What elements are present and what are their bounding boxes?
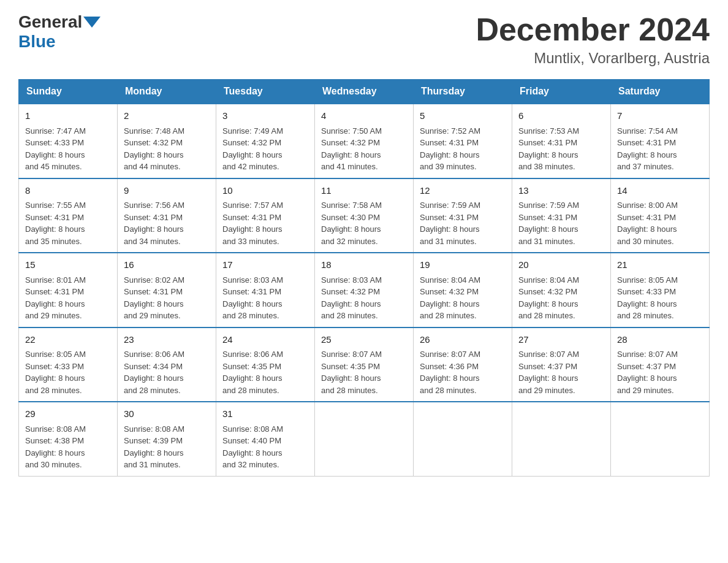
calendar-cell: 7 Sunrise: 7:54 AMSunset: 4:31 PMDayligh… <box>611 104 710 178</box>
calendar-cell: 16 Sunrise: 8:02 AMSunset: 4:31 PMDaylig… <box>118 253 216 327</box>
day-number: 8 <box>25 184 111 198</box>
calendar-cell: 11 Sunrise: 7:58 AMSunset: 4:30 PMDaylig… <box>315 178 414 253</box>
day-number: 4 <box>321 109 407 123</box>
day-number: 26 <box>420 333 506 347</box>
header-day-monday: Monday <box>118 80 216 104</box>
day-info: Sunrise: 7:53 AMSunset: 4:31 PMDaylight:… <box>518 126 579 172</box>
calendar-cell: 2 Sunrise: 7:48 AMSunset: 4:32 PMDayligh… <box>118 104 216 178</box>
calendar-cell: 25 Sunrise: 8:07 AMSunset: 4:35 PMDaylig… <box>315 327 414 402</box>
day-info: Sunrise: 8:06 AMSunset: 4:34 PMDaylight:… <box>124 350 184 395</box>
page-header: General Blue December 2024 Muntlix, Vora… <box>18 12 710 67</box>
day-number: 15 <box>25 258 111 272</box>
calendar-week-5: 29 Sunrise: 8:08 AMSunset: 4:38 PMDaylig… <box>19 402 710 476</box>
calendar-cell: 31 Sunrise: 8:08 AMSunset: 4:40 PMDaylig… <box>216 402 315 476</box>
calendar-subtitle: Muntlix, Vorarlberg, Austria <box>476 50 710 67</box>
day-info: Sunrise: 7:49 AMSunset: 4:32 PMDaylight:… <box>222 126 283 172</box>
title-block: December 2024 Muntlix, Vorarlberg, Austr… <box>476 12 710 67</box>
calendar-title: December 2024 <box>476 12 710 47</box>
day-number: 10 <box>222 184 308 198</box>
calendar-body: 1 Sunrise: 7:47 AMSunset: 4:33 PMDayligh… <box>19 104 710 476</box>
day-info: Sunrise: 7:59 AMSunset: 4:31 PMDaylight:… <box>420 201 480 246</box>
calendar-cell: 12 Sunrise: 7:59 AMSunset: 4:31 PMDaylig… <box>414 178 512 253</box>
day-info: Sunrise: 8:02 AMSunset: 4:31 PMDaylight:… <box>124 275 184 321</box>
day-number: 5 <box>420 109 506 123</box>
day-info: Sunrise: 8:05 AMSunset: 4:33 PMDaylight:… <box>617 275 678 321</box>
day-info: Sunrise: 7:54 AMSunset: 4:31 PMDaylight:… <box>617 126 678 172</box>
calendar-cell <box>315 402 414 476</box>
calendar-cell: 26 Sunrise: 8:07 AMSunset: 4:36 PMDaylig… <box>414 327 512 402</box>
day-number: 14 <box>617 184 703 198</box>
day-number: 9 <box>124 184 210 198</box>
day-number: 3 <box>222 109 308 123</box>
calendar-week-3: 15 Sunrise: 8:01 AMSunset: 4:31 PMDaylig… <box>19 253 710 327</box>
day-info: Sunrise: 7:47 AMSunset: 4:33 PMDaylight:… <box>25 126 86 172</box>
calendar-cell: 1 Sunrise: 7:47 AMSunset: 4:33 PMDayligh… <box>19 104 118 178</box>
day-info: Sunrise: 8:00 AMSunset: 4:31 PMDaylight:… <box>617 201 678 246</box>
day-number: 27 <box>518 333 604 347</box>
calendar-cell: 9 Sunrise: 7:56 AMSunset: 4:31 PMDayligh… <box>118 178 216 253</box>
calendar-week-4: 22 Sunrise: 8:05 AMSunset: 4:33 PMDaylig… <box>19 327 710 402</box>
day-number: 13 <box>518 184 604 198</box>
header-day-sunday: Sunday <box>19 80 118 104</box>
day-info: Sunrise: 7:57 AMSunset: 4:31 PMDaylight:… <box>222 201 283 246</box>
calendar-cell: 28 Sunrise: 8:07 AMSunset: 4:37 PMDaylig… <box>611 327 710 402</box>
calendar-cell: 10 Sunrise: 7:57 AMSunset: 4:31 PMDaylig… <box>216 178 315 253</box>
calendar-cell: 22 Sunrise: 8:05 AMSunset: 4:33 PMDaylig… <box>19 327 118 402</box>
logo-triangle-icon <box>83 17 100 28</box>
header-day-wednesday: Wednesday <box>315 80 414 104</box>
day-info: Sunrise: 8:07 AMSunset: 4:35 PMDaylight:… <box>321 350 382 395</box>
day-info: Sunrise: 8:08 AMSunset: 4:39 PMDaylight:… <box>124 424 184 470</box>
calendar-cell: 8 Sunrise: 7:55 AMSunset: 4:31 PMDayligh… <box>19 178 118 253</box>
day-number: 30 <box>124 407 210 421</box>
day-info: Sunrise: 8:08 AMSunset: 4:40 PMDaylight:… <box>222 424 283 470</box>
calendar-cell: 5 Sunrise: 7:52 AMSunset: 4:31 PMDayligh… <box>414 104 512 178</box>
calendar-week-1: 1 Sunrise: 7:47 AMSunset: 4:33 PMDayligh… <box>19 104 710 178</box>
day-info: Sunrise: 7:56 AMSunset: 4:31 PMDaylight:… <box>124 201 184 246</box>
day-info: Sunrise: 8:07 AMSunset: 4:36 PMDaylight:… <box>420 350 480 395</box>
calendar-header-row: SundayMondayTuesdayWednesdayThursdayFrid… <box>19 80 710 104</box>
day-number: 20 <box>518 258 604 272</box>
calendar-cell <box>512 402 611 476</box>
day-info: Sunrise: 7:55 AMSunset: 4:31 PMDaylight:… <box>25 201 86 246</box>
day-number: 1 <box>25 109 111 123</box>
day-number: 17 <box>222 258 308 272</box>
day-info: Sunrise: 8:01 AMSunset: 4:31 PMDaylight:… <box>25 275 86 321</box>
day-number: 29 <box>25 407 111 421</box>
day-info: Sunrise: 8:08 AMSunset: 4:38 PMDaylight:… <box>25 424 86 470</box>
day-number: 23 <box>124 333 210 347</box>
logo-blue-text: Blue <box>18 32 56 51</box>
calendar-week-2: 8 Sunrise: 7:55 AMSunset: 4:31 PMDayligh… <box>19 178 710 253</box>
day-info: Sunrise: 8:05 AMSunset: 4:33 PMDaylight:… <box>25 350 86 395</box>
calendar-cell: 3 Sunrise: 7:49 AMSunset: 4:32 PMDayligh… <box>216 104 315 178</box>
calendar-cell: 13 Sunrise: 7:59 AMSunset: 4:31 PMDaylig… <box>512 178 611 253</box>
day-info: Sunrise: 7:52 AMSunset: 4:31 PMDaylight:… <box>420 126 480 172</box>
calendar-cell: 18 Sunrise: 8:03 AMSunset: 4:32 PMDaylig… <box>315 253 414 327</box>
calendar-cell: 23 Sunrise: 8:06 AMSunset: 4:34 PMDaylig… <box>118 327 216 402</box>
day-info: Sunrise: 8:06 AMSunset: 4:35 PMDaylight:… <box>222 350 283 395</box>
day-number: 18 <box>321 258 407 272</box>
day-number: 11 <box>321 184 407 198</box>
day-number: 19 <box>420 258 506 272</box>
day-number: 28 <box>617 333 703 347</box>
day-number: 6 <box>518 109 604 123</box>
header-day-thursday: Thursday <box>414 80 512 104</box>
day-number: 22 <box>25 333 111 347</box>
day-number: 12 <box>420 184 506 198</box>
day-info: Sunrise: 8:07 AMSunset: 4:37 PMDaylight:… <box>617 350 678 395</box>
day-number: 7 <box>617 109 703 123</box>
header-day-saturday: Saturday <box>611 80 710 104</box>
day-info: Sunrise: 8:03 AMSunset: 4:32 PMDaylight:… <box>321 275 382 321</box>
day-info: Sunrise: 8:03 AMSunset: 4:31 PMDaylight:… <box>222 275 283 321</box>
day-number: 2 <box>124 109 210 123</box>
calendar-cell: 20 Sunrise: 8:04 AMSunset: 4:32 PMDaylig… <box>512 253 611 327</box>
header-day-tuesday: Tuesday <box>216 80 315 104</box>
day-number: 21 <box>617 258 703 272</box>
header-day-friday: Friday <box>512 80 611 104</box>
logo-general-text: General <box>18 12 82 32</box>
day-info: Sunrise: 8:07 AMSunset: 4:37 PMDaylight:… <box>518 350 579 395</box>
day-number: 24 <box>222 333 308 347</box>
calendar-cell: 24 Sunrise: 8:06 AMSunset: 4:35 PMDaylig… <box>216 327 315 402</box>
day-info: Sunrise: 8:04 AMSunset: 4:32 PMDaylight:… <box>518 275 579 321</box>
day-info: Sunrise: 8:04 AMSunset: 4:32 PMDaylight:… <box>420 275 480 321</box>
calendar-cell: 15 Sunrise: 8:01 AMSunset: 4:31 PMDaylig… <box>19 253 118 327</box>
